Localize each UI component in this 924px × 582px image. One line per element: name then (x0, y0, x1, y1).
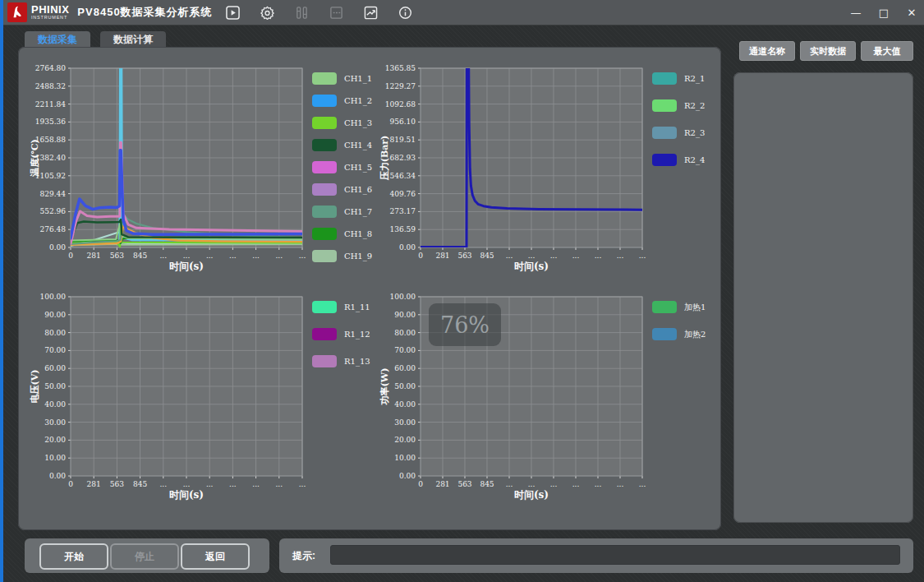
svg-text:20.00: 20.00 (44, 436, 66, 444)
trend-chart-icon[interactable] (364, 5, 379, 20)
svg-text:时间(s): 时间(s) (514, 489, 549, 501)
svg-text:时间(s): 时间(s) (169, 489, 204, 501)
legend-item: 加热2 (652, 328, 706, 340)
svg-text:...: ... (160, 252, 168, 260)
svg-text:0.00: 0.00 (49, 472, 66, 480)
svg-text:时间(s): 时间(s) (514, 261, 549, 272)
legend-label: CH1_5 (344, 163, 372, 172)
legend-item: R1_13 (312, 355, 370, 367)
svg-text:40.00: 40.00 (394, 400, 416, 409)
legend-swatch (312, 328, 337, 340)
run-icon[interactable] (226, 5, 241, 20)
realtime-data-button[interactable]: 实时数据 (800, 41, 856, 61)
brand-name: PHINIX (31, 4, 69, 15)
svg-text:...: ... (183, 480, 191, 488)
svg-text:552.96: 552.96 (40, 207, 67, 215)
legend-label: CH1_9 (344, 252, 372, 261)
legend-item: R1_11 (312, 301, 370, 313)
power-legend: 加热1加热2 (652, 301, 706, 340)
legend-item: R2_3 (652, 127, 705, 139)
window-controls: — □ ✕ (848, 0, 919, 25)
legend-label: R1_13 (344, 357, 370, 366)
svg-text:0: 0 (68, 252, 73, 260)
svg-text:...: ... (550, 480, 558, 488)
brand-text: PHINIX INSTRUMENT (31, 4, 69, 21)
power-chart: 0281563845.....................0.0010.00… (378, 290, 647, 507)
max-value-button[interactable]: 最大值 (861, 41, 913, 61)
svg-text:1935.36: 1935.36 (35, 118, 66, 126)
legend-swatch (312, 250, 337, 262)
svg-text:时间(s): 时间(s) (169, 261, 204, 272)
tab-data-acquisition[interactable]: 数据采集 (25, 31, 90, 48)
svg-text:829.44: 829.44 (40, 190, 67, 198)
legend-label: 加热1 (684, 302, 706, 313)
minimize-button[interactable]: — (848, 7, 863, 19)
legend-label: CH1_7 (344, 207, 372, 216)
svg-text:281: 281 (435, 252, 449, 260)
svg-text:80.00: 80.00 (394, 329, 416, 337)
svg-text:...: ... (639, 252, 646, 260)
legend-label: R2_3 (684, 128, 705, 137)
svg-text:...: ... (229, 480, 237, 488)
svg-text:281: 281 (435, 480, 449, 488)
legend-item: CH1_9 (312, 250, 372, 262)
svg-text:70.00: 70.00 (44, 346, 66, 354)
tab-data-calculation[interactable]: 数据计算 (100, 31, 166, 48)
svg-text:...: ... (595, 252, 602, 260)
svg-text:...: ... (617, 252, 624, 260)
svg-text:0.00: 0.00 (399, 472, 416, 480)
legend-label: CH1_4 (344, 141, 372, 150)
channel-data-panel (733, 72, 913, 523)
svg-text:10.00: 10.00 (44, 454, 66, 462)
legend-swatch (312, 117, 337, 129)
svg-text:50.00: 50.00 (394, 382, 416, 390)
legend-label: CH1_6 (344, 185, 372, 194)
svg-text:76%: 76% (440, 312, 490, 338)
svg-text:276.48: 276.48 (40, 225, 67, 233)
legend-swatch (312, 301, 337, 313)
svg-text:845: 845 (133, 252, 147, 260)
svg-text:281: 281 (87, 480, 101, 488)
svg-text:...: ... (639, 480, 646, 488)
svg-text:...: ... (617, 480, 624, 488)
legend-label: CH1_1 (344, 74, 372, 83)
start-button[interactable]: 开始 (39, 543, 108, 570)
legend-item: CH1_5 (312, 161, 372, 173)
voltage-chart: 0281563845.....................0.0010.00… (28, 290, 307, 507)
toolbar (226, 5, 413, 20)
legend-item: CH1_8 (312, 228, 372, 240)
svg-text:...: ... (229, 252, 237, 260)
svg-text:...: ... (528, 252, 536, 260)
valve-control-icon (295, 5, 310, 20)
back-button[interactable]: 返回 (181, 543, 250, 570)
maximize-button[interactable]: □ (876, 7, 891, 19)
close-button[interactable]: ✕ (904, 7, 919, 19)
pressure-legend: R2_1R2_2R2_3R2_4 (652, 72, 705, 166)
legend-item: CH1_6 (312, 183, 372, 196)
svg-text:80.00: 80.00 (44, 329, 66, 337)
svg-text:956.10: 956.10 (390, 118, 416, 126)
legend-item: CH1_4 (312, 139, 372, 151)
svg-text:845: 845 (480, 252, 494, 260)
charts-panel: 0281563845.....................0.00276.4… (18, 47, 721, 530)
voltage-legend: R1_11R1_12R1_13 (312, 301, 370, 367)
legend-item: CH1_1 (312, 72, 372, 85)
temperature-legend: CH1_1CH1_2CH1_3CH1_4CH1_5CH1_6CH1_7CH1_8… (312, 72, 372, 265)
svg-text:...: ... (160, 480, 168, 488)
legend-label: CH1_2 (344, 96, 372, 105)
svg-text:功率(W): 功率(W) (379, 368, 390, 406)
channel-name-button[interactable]: 通道名称 (739, 41, 795, 61)
legend-label: CH1_3 (344, 118, 372, 127)
pressure-chart: 0281563845.....................0.00136.5… (378, 62, 647, 279)
svg-text:0.00: 0.00 (399, 243, 416, 252)
legend-label: R2_4 (684, 155, 705, 164)
window-accent-border (0, 0, 3, 582)
legend-swatch (652, 328, 677, 340)
legend-swatch (652, 154, 677, 166)
hint-input[interactable] (330, 545, 900, 565)
legend-swatch (652, 72, 677, 85)
temperature-chart: 0281563845.....................0.00276.4… (28, 62, 307, 279)
info-icon[interactable] (398, 5, 413, 20)
settings-gear-icon[interactable] (260, 5, 275, 20)
svg-text:0: 0 (418, 480, 423, 488)
